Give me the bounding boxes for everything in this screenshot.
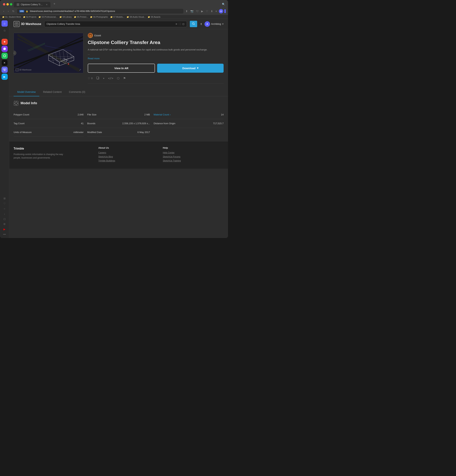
footer-link-sketchup-blog[interactable]: SketchUp Blog <box>98 155 159 158</box>
warehouse-logo-text: 3D Warehouse <box>21 22 41 26</box>
tab-related-content[interactable]: Related Content <box>39 88 65 96</box>
units-value: millimeter <box>73 131 84 134</box>
sidebar-youtube-icon[interactable]: ▶ <box>3 227 6 231</box>
bookmark-s2[interactable]: 📁 S2.Projects <box>23 16 36 18</box>
sidebar-app6-icon[interactable]: ▶ <box>1 74 8 80</box>
bookmark-s1[interactable]: 📁 S1. Student Work <box>2 16 21 18</box>
sidebar-cube-icon[interactable]: ◻ <box>3 217 6 221</box>
close-button[interactable] <box>3 3 5 6</box>
maximize-button[interactable] <box>10 3 12 6</box>
footer-link-trimble-buildings[interactable]: Trimble Buildings <box>98 160 159 162</box>
material-count-label[interactable]: Material Count › <box>154 113 171 116</box>
bookmark-s6[interactable]: 📁 S6.Photographic <box>90 16 108 18</box>
bookmark-s4[interactable]: 📁 S4.Library <box>60 16 72 18</box>
svg-text:Trimble: Trimble <box>14 147 24 150</box>
extensions-button[interactable]: ▶ <box>200 9 204 13</box>
back-button[interactable]: ‹ <box>2 9 5 13</box>
trimble-logo: Trimble <box>14 146 95 151</box>
user-name: Archiblog <box>211 23 221 25</box>
footer-link-sketchup-training[interactable]: SketchUp Training <box>163 160 224 162</box>
folder-icon-s9: 📁 <box>148 16 150 18</box>
flag-button[interactable]: ⚑ <box>123 76 126 80</box>
camera-toolbar-button[interactable]: 📷 <box>190 9 194 13</box>
like-button[interactable]: ♡ 0 <box>88 77 93 80</box>
bookmark-s9[interactable]: 📁 S9.Awards <box>148 16 160 18</box>
warehouse-logo-icon <box>14 21 19 27</box>
sidebar-settings-icon[interactable]: ⚙ <box>3 222 6 226</box>
search-image-icon[interactable]: ⊡ <box>181 23 184 26</box>
search-input[interactable] <box>47 23 174 25</box>
copy-dropdown-icon[interactable]: ▾ <box>103 77 104 80</box>
embed-button[interactable]: </> <box>108 76 113 80</box>
footer-grid: Trimble Positioning-centric information … <box>14 146 224 163</box>
copy-button[interactable] <box>96 76 100 80</box>
sidebar-app3-icon[interactable] <box>1 53 8 59</box>
tab-title: Clipstone Colliery Trans… <box>21 3 44 6</box>
footer-description: Positioning-centric information is chang… <box>14 153 65 160</box>
browser-sidebar-indicator <box>224 9 226 13</box>
bookmark-label-s1: S1. Student Work <box>5 16 21 18</box>
sidebar-more-icon[interactable]: ••• <box>2 232 7 237</box>
download-toolbar-button[interactable]: ⬇ <box>210 9 214 13</box>
sidebar-app5-icon[interactable] <box>1 67 8 73</box>
folder-icon-s4: 📁 <box>60 16 62 18</box>
sidebar-star-icon[interactable]: ☆ <box>1 27 8 34</box>
sidebar-app4-icon[interactable]: ✕ <box>1 60 8 66</box>
mac-sidebar: ⌂ ☆ ✦ ✕ ▶ ⊞ ♡ ○ ↓ ◻ ⚙ ▶ ••• <box>0 19 9 238</box>
tab-close-icon[interactable]: ✕ <box>46 3 48 6</box>
footer-help-title: Help <box>163 146 224 149</box>
search-button[interactable] <box>190 21 197 27</box>
sidebar-app2-icon[interactable] <box>1 46 8 52</box>
stat-material-count[interactable]: Material Count › 14 <box>154 110 224 119</box>
sidebar-heart-icon[interactable]: ♡ <box>3 201 6 206</box>
bookmark-s7[interactable]: 📁 S7.Models... <box>110 16 124 18</box>
bookmark-label-s5: S5.Printed... <box>77 16 88 18</box>
bookmark-label-s3: S3.Professional... <box>42 16 57 18</box>
distance-origin-value: 717,515.7 <box>213 122 224 125</box>
tag-count-label: Tag Count <box>14 122 24 125</box>
menu-toolbar-button[interactable]: ≡ <box>215 9 218 13</box>
browser-tab[interactable]: Clipstone Colliery Trans… ✕ <box>14 2 51 7</box>
warehouse-header-actions: ⬆ A Archiblog ▾ <box>200 21 224 27</box>
svg-point-0 <box>4 69 5 70</box>
download-button[interactable]: Download ▾ <box>157 64 224 73</box>
tab-comments[interactable]: Comments (0) <box>65 88 89 96</box>
search-clear-icon[interactable]: ✕ <box>175 23 178 26</box>
share-toolbar-button[interactable]: ⬆ <box>185 9 189 13</box>
address-bar[interactable]: VPN 🔒 3dwarehouse.sketchup.com/model/4ea… <box>17 9 183 14</box>
expand-icon[interactable]: ⤢ <box>79 68 81 71</box>
footer-link-sketchup-forums[interactable]: SketchUp Forums <box>163 155 224 158</box>
view-in-ar-button[interactable]: View In AR <box>88 64 155 73</box>
user-menu[interactable]: A Archiblog ▾ <box>205 21 224 27</box>
upload-button[interactable]: ⬆ <box>200 23 202 26</box>
sidebar-grid-icon[interactable]: ⊞ <box>3 196 6 201</box>
share-button[interactable]: ⬡ <box>117 76 120 80</box>
browser-search-icon[interactable]: 🔍 <box>222 3 225 6</box>
page-content: 3D Warehouse ✕ ⊡ ⬆ <box>9 19 228 238</box>
sidebar-download2-icon[interactable]: ↓ <box>3 212 6 216</box>
warehouse-search-box[interactable]: ✕ ⊡ <box>44 21 187 27</box>
bookmark-s8[interactable]: 📁 S8.Audio-Visual... <box>127 16 146 18</box>
bookmark-s3[interactable]: 📁 S3.Professional... <box>39 16 57 18</box>
footer-col-help: About Us Careers SketchUp Blog Trimble B… <box>98 146 159 163</box>
footer-link-careers[interactable]: Careers <box>98 151 159 154</box>
sidebar-app1-icon[interactable]: ✦ <box>1 39 8 45</box>
minimize-button[interactable] <box>6 3 9 6</box>
footer-col-resources: Help Help Center SketchUp Forums SketchU… <box>163 146 224 163</box>
bookmark-s5[interactable]: 📁 S5.Printed... <box>74 16 88 18</box>
new-tab-button[interactable]: + <box>52 2 57 6</box>
bookmark-label-s4: S4.Library <box>62 16 72 18</box>
forward-button[interactable]: › <box>7 9 10 13</box>
sidebar-home-icon[interactable]: ⌂ <box>1 20 8 27</box>
heart-toolbar-button[interactable]: ♡ <box>205 9 209 13</box>
shield-toolbar-button[interactable]: 🛡 <box>195 9 199 13</box>
download-label: Download <box>182 67 196 70</box>
lock-icon: 🔒 <box>26 10 28 12</box>
refresh-button[interactable]: ↻ <box>11 9 16 13</box>
trimble-logo-svg: Trimble <box>14 146 28 151</box>
browser-user-avatar[interactable]: A <box>219 9 223 13</box>
footer-link-help-center[interactable]: Help Center <box>163 151 224 154</box>
tab-model-overview[interactable]: Model Overview <box>14 88 39 96</box>
read-more-link[interactable]: Read more <box>88 57 100 60</box>
sidebar-clock-icon[interactable]: ○ <box>3 206 6 211</box>
